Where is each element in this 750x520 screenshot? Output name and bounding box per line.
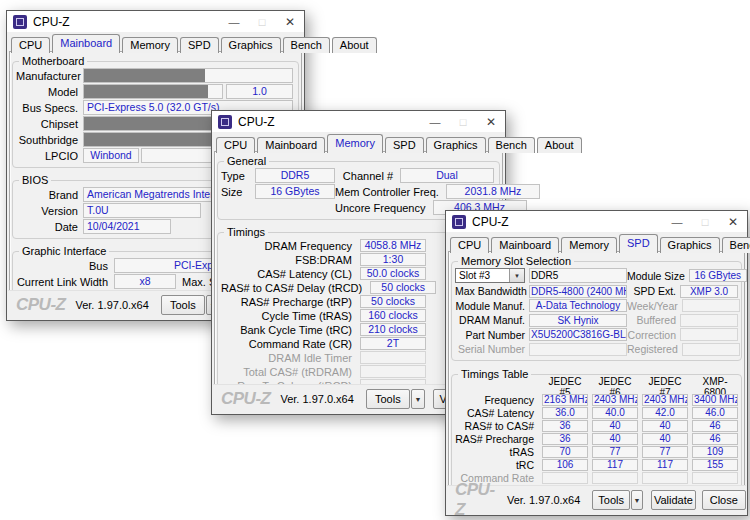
slot-value: Slot #3 <box>456 270 509 281</box>
tab-memory[interactable]: Memory <box>327 134 383 153</box>
titlebar[interactable]: CPU-Z — □ ✕ <box>212 111 505 132</box>
maximize-icon: □ <box>248 11 276 32</box>
bios-brand-label: Brand <box>16 189 78 201</box>
link-width-field: x8 <box>114 274 176 289</box>
titlebar[interactable]: CPU-Z — □ ✕ <box>7 11 304 32</box>
tt-cell: 117 <box>642 459 688 471</box>
size-field: 16 GBytes <box>255 184 335 199</box>
close-icon[interactable]: ✕ <box>276 11 304 32</box>
registered-label: Registered <box>627 343 678 355</box>
cpuz-logo: CPU-Z <box>455 480 497 520</box>
group-label: BIOS <box>19 174 51 186</box>
chipset-label: Chipset <box>16 118 78 130</box>
window-title: CPU-Z <box>33 15 70 29</box>
minimize-icon[interactable]: — <box>421 111 449 132</box>
tt-cell: 46.0 <box>692 407 738 419</box>
bus-specs-label: Bus Specs. <box>16 102 78 114</box>
memory-slot-select[interactable]: Slot #3 ▼ <box>455 268 525 283</box>
redacted-text <box>83 68 205 83</box>
chevron-down-icon[interactable]: ▼ <box>509 269 524 282</box>
tab-cpu[interactable]: CPU <box>450 237 489 253</box>
redacted-text <box>83 84 208 99</box>
model-version-field: 1.0 <box>226 84 293 99</box>
tt-row-label: tRC <box>455 459 534 471</box>
tab-bench[interactable]: Bench <box>283 37 330 53</box>
minimize-icon[interactable]: — <box>663 211 691 232</box>
tab-spd[interactable]: SPD <box>619 234 658 253</box>
spd-ext-label: SPD Ext. <box>627 285 676 297</box>
manufacturer-label: Manufacturer <box>16 70 78 82</box>
max-bandwidth-field: DDR5-4800 (2400 MHz) <box>529 285 627 298</box>
timing-field <box>360 365 426 378</box>
tt-cell: 36 <box>542 420 588 432</box>
tab-graphics[interactable]: Graphics <box>426 137 486 153</box>
tools-dropdown-icon[interactable]: ▼ <box>631 490 643 510</box>
tools-button[interactable]: Tools <box>161 295 205 315</box>
tt-cell: 46 <box>692 420 738 432</box>
validate-button[interactable]: Validate <box>651 490 695 510</box>
close-icon[interactable]: ✕ <box>719 211 747 232</box>
module-manuf-label: Module Manuf. <box>455 300 525 312</box>
close-button[interactable]: Close <box>702 490 746 510</box>
tab-mainboard[interactable]: Mainboard <box>257 137 325 153</box>
minimize-icon[interactable]: — <box>220 11 248 32</box>
group-label: Timings <box>224 226 268 238</box>
mc-freq-label: Mem Controller Freq. <box>335 186 439 198</box>
manufacturer-field <box>83 68 293 83</box>
cpuz-app-icon <box>13 15 27 29</box>
tab-about[interactable]: About <box>537 137 582 153</box>
timing-field: 50 clocks <box>370 281 436 294</box>
tools-dropdown-icon[interactable]: ▼ <box>411 389 425 409</box>
tab-bench[interactable]: Bench <box>722 237 750 253</box>
close-icon[interactable]: ✕ <box>477 111 505 132</box>
tab-cpu[interactable]: CPU <box>216 137 255 153</box>
lpcio-label: LPCIO <box>16 150 78 162</box>
tt-row-label: tRAS <box>455 446 534 458</box>
memory-type-field: DDR5 <box>529 268 627 283</box>
tab-bench[interactable]: Bench <box>488 137 535 153</box>
tab-spd[interactable]: SPD <box>180 37 219 53</box>
tt-row-label: CAS# Latency <box>455 407 534 419</box>
titlebar[interactable]: CPU-Z — □ ✕ <box>446 211 747 232</box>
tt-cell: 77 <box>592 446 638 458</box>
tt-cell <box>592 472 638 484</box>
module-size-label: Module Size <box>627 270 685 282</box>
group-label: Timings Table <box>458 368 531 380</box>
timing-label: CAS# Latency (CL) <box>221 268 352 280</box>
timing-label: DRAM Frequency <box>221 240 352 252</box>
tab-graphics[interactable]: Graphics <box>660 237 720 253</box>
bios-date-label: Date <box>16 221 78 233</box>
type-label: Type <box>221 170 249 182</box>
tt-cell: 40.0 <box>592 407 638 419</box>
channel-field: Dual <box>400 168 494 183</box>
tools-button[interactable]: Tools <box>366 389 410 409</box>
tab-cpu[interactable]: CPU <box>11 37 50 53</box>
maximize-icon: □ <box>449 111 477 132</box>
tt-cell: 36.0 <box>542 407 588 419</box>
tab-about[interactable]: About <box>332 37 377 53</box>
tools-button[interactable]: Tools <box>592 490 630 510</box>
timing-label: Bank Cycle Time (tRC) <box>221 324 352 336</box>
cpuz-logo: CPU-Z <box>16 295 65 315</box>
tab-memory[interactable]: Memory <box>561 237 617 253</box>
model-label: Model <box>16 86 78 98</box>
tt-cell: 2403 MHz <box>642 394 688 406</box>
dram-manuf-field: SK Hynix <box>529 314 627 327</box>
redacted-text <box>83 132 217 147</box>
uncore-label: Uncore Frequency <box>335 202 426 214</box>
tab-mainboard[interactable]: Mainboard <box>52 34 120 53</box>
tab-spd[interactable]: SPD <box>385 137 424 153</box>
mc-freq-field: 2031.8 MHz <box>446 184 540 199</box>
timing-field: 160 clocks <box>360 309 426 322</box>
group-label: General <box>224 155 269 167</box>
tab-memory[interactable]: Memory <box>122 37 178 53</box>
version-text: Ver. 1.97.0.x64 <box>507 494 580 506</box>
group-label: Motherboard <box>19 55 87 67</box>
tab-graphics[interactable]: Graphics <box>221 37 281 53</box>
timing-label: RAS# Precharge (tRP) <box>221 296 352 308</box>
bios-version-label: Version <box>16 205 78 217</box>
timing-field: 50 clocks <box>360 295 426 308</box>
window-title: CPU-Z <box>472 215 509 229</box>
timing-label: RAS# to CAS# Delay (tRCD) <box>221 282 362 294</box>
tab-mainboard[interactable]: Mainboard <box>491 237 559 253</box>
